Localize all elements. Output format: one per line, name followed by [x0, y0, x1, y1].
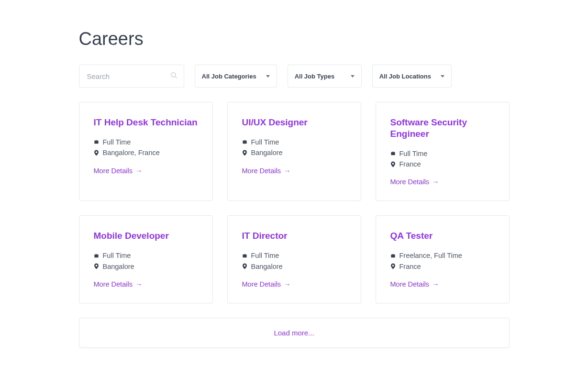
- job-type-label: Full Time: [251, 137, 279, 147]
- job-type-row: Full Time: [94, 250, 198, 261]
- filter-categories-label: All Job Categories: [202, 73, 256, 80]
- job-location-row: Bangalore, France: [94, 147, 198, 158]
- job-location-row: Bangalore: [242, 147, 346, 158]
- job-location-label: Bangalore, France: [103, 147, 160, 158]
- job-location-row: Bangalore: [94, 261, 198, 272]
- job-card: UI/UX Designer Full Time Bangalore More …: [227, 102, 361, 201]
- more-details-link[interactable]: More Details →: [242, 280, 291, 288]
- job-title[interactable]: Mobile Developer: [94, 230, 198, 242]
- filter-locations-label: All Job Locations: [379, 73, 431, 80]
- location-pin-icon: [242, 263, 247, 269]
- job-type-label: Full Time: [103, 137, 131, 147]
- more-details-label: More Details: [242, 280, 281, 288]
- arrow-right-icon: →: [432, 280, 439, 288]
- job-card: Software Security Engineer Full Time Fra…: [376, 102, 510, 201]
- job-type-label: Full Time: [399, 148, 428, 159]
- briefcase-icon: [242, 253, 247, 258]
- job-type-row: Freelance, Full Time: [390, 250, 495, 261]
- job-location-label: Bangalore: [251, 147, 283, 158]
- job-type-label: Freelance, Full Time: [399, 250, 462, 261]
- briefcase-icon: [94, 139, 99, 145]
- more-details-link[interactable]: More Details →: [94, 167, 143, 175]
- job-card: IT Director Full Time Bangalore More Det…: [227, 215, 361, 303]
- filter-locations[interactable]: All Job Locations: [372, 65, 452, 88]
- arrow-right-icon: →: [432, 178, 439, 186]
- chevron-down-icon: [441, 75, 444, 78]
- location-pin-icon: [390, 161, 396, 167]
- job-title[interactable]: Software Security Engineer: [390, 117, 495, 140]
- page-title: Careers: [79, 29, 510, 49]
- briefcase-icon: [94, 253, 99, 258]
- job-location-label: Bangalore: [103, 261, 134, 272]
- more-details-label: More Details: [94, 167, 133, 175]
- more-details-label: More Details: [94, 280, 133, 288]
- job-title[interactable]: UI/UX Designer: [242, 117, 346, 128]
- job-card: IT Help Desk Technician Full Time Bangal…: [79, 102, 213, 201]
- job-type-label: Full Time: [103, 250, 131, 261]
- chevron-down-icon: [351, 75, 355, 78]
- job-type-row: Full Time: [390, 148, 495, 159]
- arrow-right-icon: →: [135, 167, 143, 175]
- job-card: Mobile Developer Full Time Bangalore Mor…: [79, 215, 213, 303]
- filter-types-label: All Job Types: [295, 73, 335, 80]
- filter-categories[interactable]: All Job Categories: [195, 65, 277, 88]
- job-type-row: Full Time: [242, 137, 346, 147]
- search-input[interactable]: [79, 65, 184, 88]
- briefcase-icon: [390, 253, 396, 258]
- job-title[interactable]: IT Help Desk Technician: [94, 117, 198, 128]
- more-details-link[interactable]: More Details →: [390, 280, 439, 288]
- location-pin-icon: [94, 150, 99, 156]
- job-type-label: Full Time: [251, 250, 279, 261]
- job-grid: IT Help Desk Technician Full Time Bangal…: [79, 102, 510, 303]
- job-type-row: Full Time: [242, 250, 346, 261]
- arrow-right-icon: →: [284, 280, 291, 288]
- arrow-right-icon: →: [284, 167, 291, 175]
- job-location-row: France: [390, 261, 495, 272]
- more-details-link[interactable]: More Details →: [94, 280, 143, 288]
- job-location-label: France: [399, 261, 421, 272]
- location-pin-icon: [94, 263, 99, 269]
- load-more-label: Load more...: [274, 329, 314, 337]
- job-location-label: France: [399, 159, 421, 169]
- job-card: QA Tester Freelance, Full Time France Mo…: [376, 215, 510, 303]
- job-location-row: Bangalore: [242, 261, 346, 272]
- filter-types[interactable]: All Job Types: [288, 65, 362, 88]
- arrow-right-icon: →: [135, 280, 143, 288]
- filters-bar: All Job Categories All Job Types All Job…: [79, 65, 510, 88]
- search-wrap: [79, 65, 184, 88]
- job-location-label: Bangalore: [251, 261, 283, 272]
- briefcase-icon: [390, 151, 396, 156]
- load-more-button[interactable]: Load more...: [79, 318, 510, 348]
- job-type-row: Full Time: [94, 137, 198, 147]
- page-container: Careers All Job Categories All Job Types…: [69, 0, 519, 367]
- more-details-label: More Details: [390, 178, 429, 186]
- location-pin-icon: [390, 263, 396, 269]
- more-details-link[interactable]: More Details →: [390, 178, 439, 186]
- chevron-down-icon: [266, 75, 270, 78]
- job-title[interactable]: IT Director: [242, 230, 346, 242]
- briefcase-icon: [242, 139, 247, 145]
- job-location-row: France: [390, 159, 495, 169]
- location-pin-icon: [242, 150, 247, 156]
- job-title[interactable]: QA Tester: [390, 230, 495, 242]
- more-details-link[interactable]: More Details →: [242, 167, 291, 175]
- more-details-label: More Details: [390, 280, 429, 288]
- more-details-label: More Details: [242, 167, 281, 175]
